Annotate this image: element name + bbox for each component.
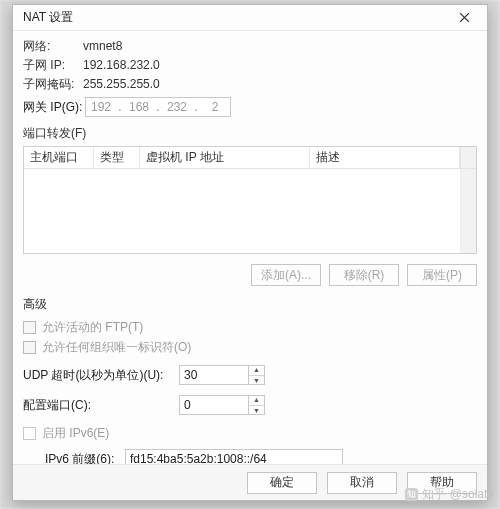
chevron-down-icon[interactable]: ▼ [249, 406, 264, 416]
udp-timeout-value: 30 [180, 368, 248, 382]
chevron-down-icon[interactable]: ▼ [249, 376, 264, 386]
help-button[interactable]: 帮助 [407, 472, 477, 494]
network-row: 网络: vmnet8 [23, 37, 477, 55]
dialog-title: NAT 设置 [23, 9, 447, 26]
table-header: 主机端口 类型 虚拟机 IP 地址 描述 [24, 147, 476, 169]
dialog-footer: 确定 取消 帮助 [13, 464, 487, 500]
col-host-port[interactable]: 主机端口 [24, 147, 94, 168]
col-description[interactable]: 描述 [310, 147, 460, 168]
ipv6-prefix-label: IPv6 前缀(6): [45, 451, 119, 465]
ok-button[interactable]: 确定 [247, 472, 317, 494]
udp-timeout-spinner[interactable]: ▲ ▼ [248, 365, 264, 385]
ipv6-prefix-row: IPv6 前缀(6): fd15:4ba5:5a2b:1008::/64 [45, 447, 477, 464]
allow-ftp-row: 允许活动的 FTP(T) [23, 317, 477, 337]
allow-oui-row: 允许任何组织唯一标识符(O) [23, 337, 477, 357]
subnet-mask-label: 子网掩码: [23, 76, 83, 93]
advanced-label: 高级 [23, 296, 477, 313]
nat-settings-dialog: NAT 设置 网络: vmnet8 子网 IP: 192.168.232.0 子… [12, 4, 488, 501]
subnet-ip-label: 子网 IP: [23, 57, 83, 74]
header-scroll-gap [460, 147, 476, 168]
gateway-seg3: 232 [162, 100, 192, 114]
close-icon [459, 12, 470, 23]
table-body[interactable] [24, 169, 476, 253]
allow-oui-label: 允许任何组织唯一标识符(O) [42, 339, 191, 356]
chevron-up-icon[interactable]: ▲ [249, 365, 264, 376]
gateway-row: 网关 IP(G): 192 . 168 . 232 . 2 [23, 97, 477, 117]
enable-ipv6-checkbox[interactable] [23, 427, 36, 440]
network-value: vmnet8 [83, 39, 122, 53]
enable-ipv6-row: 启用 IPv6(E) [23, 423, 477, 443]
table-scrollbar[interactable] [460, 169, 476, 253]
config-port-value: 0 [180, 398, 248, 412]
gateway-seg4: 2 [200, 100, 230, 114]
subnet-ip-row: 子网 IP: 192.168.232.0 [23, 56, 477, 74]
udp-timeout-row: UDP 超时(以秒为单位)(U): 30 ▲ ▼ [23, 363, 477, 387]
allow-ftp-label: 允许活动的 FTP(T) [42, 319, 143, 336]
ipv6-prefix-value: fd15:4ba5:5a2b:1008::/64 [130, 452, 267, 464]
gateway-ip-input[interactable]: 192 . 168 . 232 . 2 [85, 97, 231, 117]
network-label: 网络: [23, 38, 83, 55]
subnet-mask-row: 子网掩码: 255.255.255.0 [23, 75, 477, 93]
udp-timeout-label: UDP 超时(以秒为单位)(U): [23, 367, 173, 384]
udp-timeout-input[interactable]: 30 ▲ ▼ [179, 365, 265, 385]
subnet-mask-value: 255.255.255.0 [83, 77, 160, 91]
gateway-label: 网关 IP(G): [23, 99, 85, 116]
chevron-up-icon[interactable]: ▲ [249, 395, 264, 406]
subnet-ip-value: 192.168.232.0 [83, 58, 160, 72]
add-button[interactable]: 添加(A)... [251, 264, 321, 286]
config-port-row: 配置端口(C): 0 ▲ ▼ [23, 393, 477, 417]
port-forward-table: 主机端口 类型 虚拟机 IP 地址 描述 [23, 146, 477, 254]
config-port-spinner[interactable]: ▲ ▼ [248, 395, 264, 415]
cancel-button[interactable]: 取消 [327, 472, 397, 494]
properties-button[interactable]: 属性(P) [407, 264, 477, 286]
dialog-content: 网络: vmnet8 子网 IP: 192.168.232.0 子网掩码: 25… [13, 31, 487, 464]
close-button[interactable] [447, 7, 481, 29]
col-vm-ip[interactable]: 虚拟机 IP 地址 [140, 147, 310, 168]
port-forward-buttons: 添加(A)... 移除(R) 属性(P) [23, 264, 477, 286]
config-port-label: 配置端口(C): [23, 397, 173, 414]
col-type[interactable]: 类型 [94, 147, 140, 168]
enable-ipv6-label: 启用 IPv6(E) [42, 425, 109, 442]
remove-button[interactable]: 移除(R) [329, 264, 399, 286]
ipv6-prefix-input[interactable]: fd15:4ba5:5a2b:1008::/64 [125, 449, 343, 464]
gateway-seg1: 192 [86, 100, 116, 114]
port-forward-label: 端口转发(F) [23, 125, 477, 142]
config-port-input[interactable]: 0 ▲ ▼ [179, 395, 265, 415]
titlebar: NAT 设置 [13, 5, 487, 31]
gateway-seg2: 168 [124, 100, 154, 114]
allow-oui-checkbox[interactable] [23, 341, 36, 354]
allow-ftp-checkbox[interactable] [23, 321, 36, 334]
